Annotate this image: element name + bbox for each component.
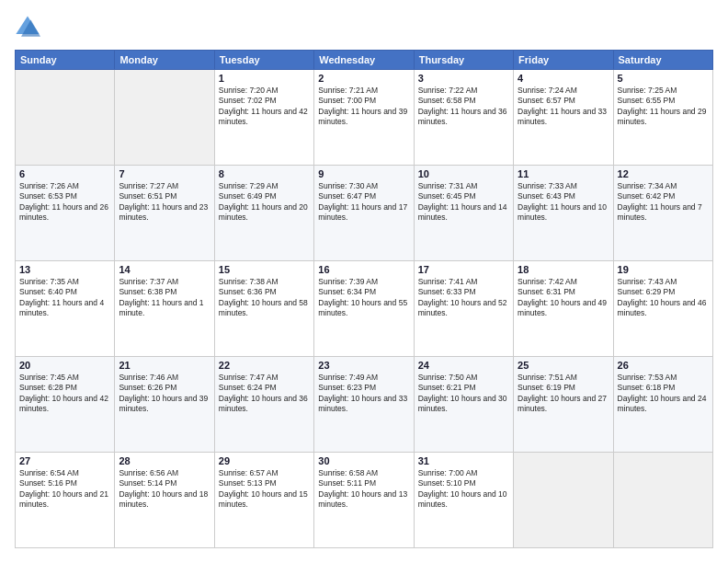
day-number: 3 <box>418 73 509 84</box>
calendar-cell: 25Sunrise: 7:51 AMSunset: 6:19 PMDayligh… <box>514 357 613 453</box>
calendar-header-sunday: Sunday <box>16 51 115 70</box>
day-number: 26 <box>618 360 709 371</box>
day-number: 30 <box>318 455 409 466</box>
logo <box>15 15 44 40</box>
calendar-cell <box>514 453 613 548</box>
calendar-cell: 22Sunrise: 7:47 AMSunset: 6:24 PMDayligh… <box>214 357 313 453</box>
calendar-header-thursday: Thursday <box>414 51 513 70</box>
day-info: Sunrise: 7:29 AMSunset: 6:49 PMDaylight:… <box>219 181 310 224</box>
day-info: Sunrise: 7:24 AMSunset: 6:57 PMDaylight:… <box>518 86 609 128</box>
day-number: 2 <box>318 73 409 84</box>
day-info: Sunrise: 7:30 AMSunset: 6:47 PMDaylight:… <box>318 181 409 224</box>
calendar-cell: 3Sunrise: 7:22 AMSunset: 6:58 PMDaylight… <box>414 70 513 166</box>
calendar-week-4: 20Sunrise: 7:45 AMSunset: 6:28 PMDayligh… <box>16 357 713 453</box>
day-number: 29 <box>219 455 310 466</box>
calendar-cell: 8Sunrise: 7:29 AMSunset: 6:49 PMDaylight… <box>214 166 313 261</box>
calendar-cell <box>16 70 115 166</box>
day-number: 21 <box>119 360 210 371</box>
calendar-header-wednesday: Wednesday <box>314 51 414 70</box>
day-number: 14 <box>119 264 210 275</box>
calendar-cell: 9Sunrise: 7:30 AMSunset: 6:47 PMDaylight… <box>314 166 414 261</box>
day-number: 11 <box>518 168 609 179</box>
day-info: Sunrise: 7:00 AMSunset: 5:10 PMDaylight:… <box>418 468 509 511</box>
day-number: 18 <box>518 264 609 275</box>
day-info: Sunrise: 7:26 AMSunset: 6:53 PMDaylight:… <box>19 181 110 224</box>
day-info: Sunrise: 7:27 AMSunset: 6:51 PMDaylight:… <box>119 181 210 224</box>
calendar-cell: 4Sunrise: 7:24 AMSunset: 6:57 PMDaylight… <box>514 70 613 166</box>
day-info: Sunrise: 7:45 AMSunset: 6:28 PMDaylight:… <box>19 373 110 415</box>
day-number: 19 <box>618 264 709 275</box>
day-info: Sunrise: 7:35 AMSunset: 6:40 PMDaylight:… <box>19 277 110 319</box>
calendar-cell: 14Sunrise: 7:37 AMSunset: 6:38 PMDayligh… <box>115 261 214 357</box>
day-number: 6 <box>19 168 110 179</box>
header <box>15 15 713 40</box>
day-info: Sunrise: 7:41 AMSunset: 6:33 PMDaylight:… <box>418 277 509 319</box>
calendar-week-3: 13Sunrise: 7:35 AMSunset: 6:40 PMDayligh… <box>16 261 713 357</box>
logo-icon <box>15 15 40 40</box>
day-number: 4 <box>518 73 609 84</box>
day-info: Sunrise: 6:56 AMSunset: 5:14 PMDaylight:… <box>119 468 210 511</box>
calendar-cell: 6Sunrise: 7:26 AMSunset: 6:53 PMDaylight… <box>16 166 115 261</box>
day-number: 25 <box>518 360 609 371</box>
day-info: Sunrise: 7:42 AMSunset: 6:31 PMDaylight:… <box>518 277 609 319</box>
calendar-cell: 29Sunrise: 6:57 AMSunset: 5:13 PMDayligh… <box>214 453 313 548</box>
calendar-cell: 27Sunrise: 6:54 AMSunset: 5:16 PMDayligh… <box>16 453 115 548</box>
calendar-body: 1Sunrise: 7:20 AMSunset: 7:02 PMDaylight… <box>16 70 713 548</box>
day-info: Sunrise: 7:37 AMSunset: 6:38 PMDaylight:… <box>119 277 210 319</box>
calendar-cell: 1Sunrise: 7:20 AMSunset: 7:02 PMDaylight… <box>214 70 313 166</box>
calendar-header-row: SundayMondayTuesdayWednesdayThursdayFrid… <box>16 51 713 70</box>
day-info: Sunrise: 7:33 AMSunset: 6:43 PMDaylight:… <box>518 181 609 224</box>
day-number: 10 <box>418 168 509 179</box>
calendar-table: SundayMondayTuesdayWednesdayThursdayFrid… <box>15 50 713 548</box>
day-number: 27 <box>19 455 110 466</box>
day-info: Sunrise: 7:25 AMSunset: 6:55 PMDaylight:… <box>618 86 709 128</box>
calendar-cell: 5Sunrise: 7:25 AMSunset: 6:55 PMDaylight… <box>613 70 712 166</box>
day-info: Sunrise: 7:34 AMSunset: 6:42 PMDaylight:… <box>618 181 709 224</box>
calendar-cell: 24Sunrise: 7:50 AMSunset: 6:21 PMDayligh… <box>414 357 513 453</box>
day-info: Sunrise: 7:46 AMSunset: 6:26 PMDaylight:… <box>119 373 210 415</box>
calendar-cell: 21Sunrise: 7:46 AMSunset: 6:26 PMDayligh… <box>115 357 214 453</box>
calendar-header-monday: Monday <box>115 51 214 70</box>
day-number: 1 <box>219 73 310 84</box>
day-info: Sunrise: 7:38 AMSunset: 6:36 PMDaylight:… <box>219 277 310 319</box>
day-number: 12 <box>618 168 709 179</box>
calendar-week-2: 6Sunrise: 7:26 AMSunset: 6:53 PMDaylight… <box>16 166 713 261</box>
day-info: Sunrise: 7:43 AMSunset: 6:29 PMDaylight:… <box>618 277 709 319</box>
day-number: 28 <box>119 455 210 466</box>
day-info: Sunrise: 7:51 AMSunset: 6:19 PMDaylight:… <box>518 373 609 415</box>
calendar-cell <box>115 70 214 166</box>
day-number: 8 <box>219 168 310 179</box>
calendar-week-5: 27Sunrise: 6:54 AMSunset: 5:16 PMDayligh… <box>16 453 713 548</box>
day-number: 15 <box>219 264 310 275</box>
day-info: Sunrise: 7:50 AMSunset: 6:21 PMDaylight:… <box>418 373 509 415</box>
calendar-header-saturday: Saturday <box>613 51 712 70</box>
day-number: 23 <box>318 360 409 371</box>
calendar-week-1: 1Sunrise: 7:20 AMSunset: 7:02 PMDaylight… <box>16 70 713 166</box>
day-number: 5 <box>618 73 709 84</box>
calendar-cell: 26Sunrise: 7:53 AMSunset: 6:18 PMDayligh… <box>613 357 712 453</box>
day-number: 20 <box>19 360 110 371</box>
day-number: 24 <box>418 360 509 371</box>
calendar-cell: 28Sunrise: 6:56 AMSunset: 5:14 PMDayligh… <box>115 453 214 548</box>
day-info: Sunrise: 7:47 AMSunset: 6:24 PMDaylight:… <box>219 373 310 415</box>
calendar-cell: 30Sunrise: 6:58 AMSunset: 5:11 PMDayligh… <box>314 453 414 548</box>
calendar-cell: 12Sunrise: 7:34 AMSunset: 6:42 PMDayligh… <box>613 166 712 261</box>
day-number: 22 <box>219 360 310 371</box>
calendar-header-friday: Friday <box>514 51 613 70</box>
calendar-cell: 18Sunrise: 7:42 AMSunset: 6:31 PMDayligh… <box>514 261 613 357</box>
calendar-cell: 16Sunrise: 7:39 AMSunset: 6:34 PMDayligh… <box>314 261 414 357</box>
calendar-cell <box>613 453 712 548</box>
day-info: Sunrise: 7:22 AMSunset: 6:58 PMDaylight:… <box>418 86 509 128</box>
calendar-cell: 15Sunrise: 7:38 AMSunset: 6:36 PMDayligh… <box>214 261 313 357</box>
day-info: Sunrise: 7:53 AMSunset: 6:18 PMDaylight:… <box>618 373 709 415</box>
calendar-cell: 7Sunrise: 7:27 AMSunset: 6:51 PMDaylight… <box>115 166 214 261</box>
calendar-cell: 20Sunrise: 7:45 AMSunset: 6:28 PMDayligh… <box>16 357 115 453</box>
day-info: Sunrise: 7:20 AMSunset: 7:02 PMDaylight:… <box>219 86 310 128</box>
day-number: 9 <box>318 168 409 179</box>
calendar-cell: 2Sunrise: 7:21 AMSunset: 7:00 PMDaylight… <box>314 70 414 166</box>
day-info: Sunrise: 6:54 AMSunset: 5:16 PMDaylight:… <box>19 468 110 511</box>
day-info: Sunrise: 6:57 AMSunset: 5:13 PMDaylight:… <box>219 468 310 511</box>
calendar-cell: 19Sunrise: 7:43 AMSunset: 6:29 PMDayligh… <box>613 261 712 357</box>
day-number: 16 <box>318 264 409 275</box>
calendar-header-tuesday: Tuesday <box>214 51 313 70</box>
